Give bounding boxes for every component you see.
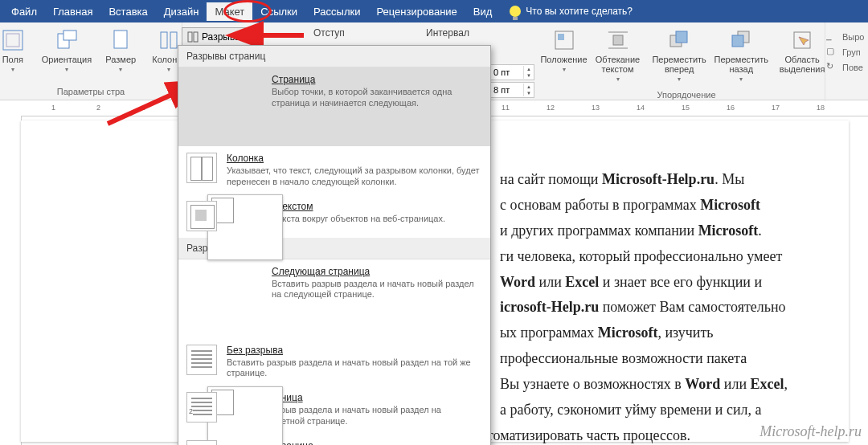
tab-design[interactable]: Дизайн bbox=[156, 2, 207, 21]
bring-forward-button[interactable]: Переместить вперед▾ bbox=[648, 24, 711, 86]
svg-rect-8 bbox=[194, 32, 198, 42]
align-button[interactable]: ⎯Выро bbox=[826, 31, 864, 43]
send-backward-button[interactable]: Переместить назад▾ bbox=[711, 24, 772, 86]
size-icon bbox=[108, 27, 133, 53]
group-page-setup: Поля▾ Ориентация▾ Размер▾ Колонки▾ Парам… bbox=[0, 22, 182, 100]
tab-references[interactable]: Ссылки bbox=[252, 2, 305, 21]
arrange-extras: ⎯Выро ▢Груп ↻Пове bbox=[821, 27, 868, 77]
breaks-button[interactable]: Разрывы ▾ bbox=[182, 27, 254, 47]
spacing-after-spinner[interactable]: ▲▼ bbox=[490, 82, 534, 98]
tab-home[interactable]: Главная bbox=[45, 2, 100, 21]
vertical-ruler[interactable] bbox=[6, 116, 22, 445]
menuitem-page[interactable]: СтраницаВыбор точки, в которой заканчива… bbox=[178, 67, 490, 146]
svg-rect-6 bbox=[170, 32, 177, 48]
wrap-text-button[interactable]: Обтекание текстом▾ bbox=[588, 24, 648, 86]
group-arrange: Положение▾ Обтекание текстом▾ Переместит… bbox=[548, 22, 825, 103]
menuitem-column[interactable]: КолонкаУказывает, что текст, следующий з… bbox=[178, 146, 490, 194]
svg-rect-3 bbox=[63, 31, 76, 40]
tab-view[interactable]: Вид bbox=[465, 2, 501, 21]
page-break-icon bbox=[207, 194, 283, 260]
tab-insert[interactable]: Вставка bbox=[100, 2, 155, 21]
margins-icon bbox=[0, 27, 26, 53]
position-icon bbox=[551, 27, 577, 53]
group-arrange-caption: Упорядочение bbox=[657, 88, 716, 101]
svg-rect-1 bbox=[6, 34, 19, 47]
orientation-button[interactable]: Ориентация▾ bbox=[37, 24, 96, 76]
dropdown-header-pages: Разрывы страниц bbox=[178, 46, 490, 67]
chevron-down-icon: ▾ bbox=[245, 34, 248, 41]
tab-file[interactable]: Файл bbox=[3, 2, 45, 21]
menuitem-next-page[interactable]: Следующая страницаВставить разрыв раздел… bbox=[178, 259, 490, 338]
orientation-icon bbox=[54, 27, 80, 53]
group-button[interactable]: ▢Груп bbox=[826, 46, 864, 59]
wrap-icon bbox=[605, 27, 631, 53]
svg-rect-5 bbox=[161, 32, 167, 48]
spacing-label: Интервал bbox=[426, 27, 469, 39]
margins-button[interactable]: Поля▾ bbox=[0, 24, 37, 76]
align-icon: ⎯ bbox=[826, 31, 839, 43]
indent-label: Отступ bbox=[313, 27, 345, 39]
svg-rect-11 bbox=[613, 35, 623, 45]
tell-me-label: Что вы хотите сделать? bbox=[526, 6, 633, 17]
breaks-dropdown: Разрывы страниц СтраницаВыбор точки, в к… bbox=[178, 45, 491, 445]
column-break-icon bbox=[186, 153, 217, 183]
watermark: Microsoft-help.ru bbox=[760, 423, 862, 440]
svg-rect-10 bbox=[558, 34, 564, 40]
breaks-icon bbox=[187, 31, 199, 43]
position-button[interactable]: Положение▾ bbox=[540, 24, 588, 76]
tell-me[interactable]: Что вы хотите сделать? bbox=[510, 6, 633, 17]
group-page-setup-caption: Параметры стра bbox=[57, 85, 125, 98]
rotate-icon: ↻ bbox=[826, 61, 839, 74]
menu-tabs: Файл Главная Вставка Дизайн Макет Ссылки… bbox=[0, 0, 868, 22]
spacing-before-spinner[interactable]: ▲▼ bbox=[490, 64, 534, 80]
svg-rect-17 bbox=[732, 35, 743, 47]
svg-rect-4 bbox=[114, 31, 127, 48]
tab-review[interactable]: Рецензирование bbox=[368, 2, 465, 21]
svg-rect-15 bbox=[676, 31, 687, 43]
size-button[interactable]: Размер▾ bbox=[96, 24, 145, 76]
text-wrap-icon bbox=[186, 201, 217, 231]
even-page-icon bbox=[186, 392, 217, 423]
forward-icon bbox=[666, 27, 692, 53]
selection-icon bbox=[789, 27, 815, 53]
tab-layout[interactable]: Макет bbox=[207, 2, 252, 21]
group-icon: ▢ bbox=[826, 46, 839, 59]
next-page-icon bbox=[207, 386, 283, 446]
menuitem-continuous[interactable]: Без разрываВставить разрыв раздела и нач… bbox=[178, 338, 490, 386]
tab-mailings[interactable]: Рассылки bbox=[305, 2, 368, 21]
svg-rect-7 bbox=[188, 32, 192, 42]
continuous-icon bbox=[186, 345, 217, 375]
rotate-button[interactable]: ↻Пове bbox=[826, 61, 864, 74]
odd-page-icon bbox=[186, 440, 217, 446]
backward-icon bbox=[728, 27, 754, 53]
lightbulb-icon bbox=[510, 6, 521, 17]
